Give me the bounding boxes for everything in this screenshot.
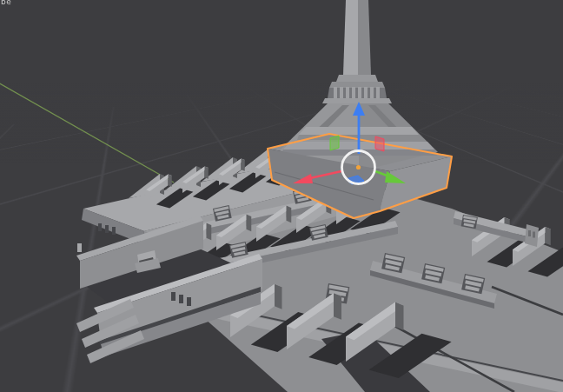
gizmo-plane-handle-y[interactable] (330, 136, 339, 150)
3d-viewport[interactable]: be (0, 0, 563, 392)
y-axis-line (0, 82, 174, 183)
viewport-corner-text: be (1, 0, 11, 6)
object-origin-dot (356, 165, 361, 169)
scene-canvas (0, 0, 563, 392)
gizmo-plane-handle-x[interactable] (375, 136, 384, 151)
